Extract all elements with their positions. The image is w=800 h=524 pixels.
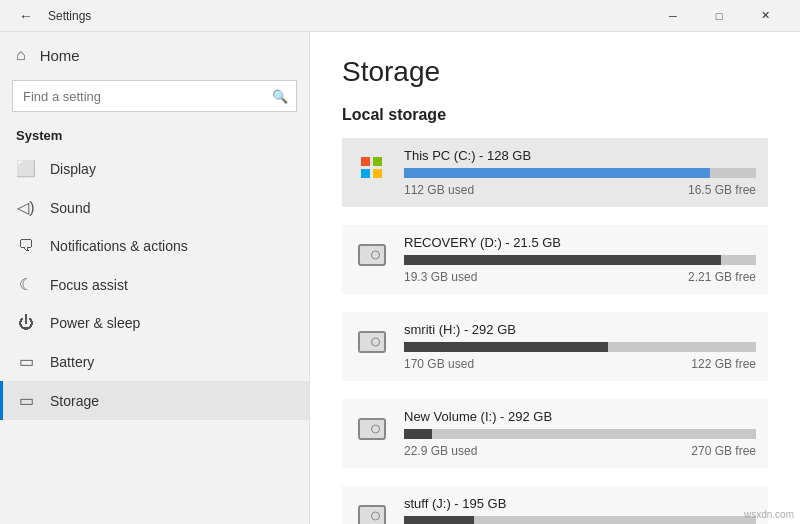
drive-bar-i [404, 429, 756, 439]
drive-bar-used-i [404, 429, 432, 439]
drive-name-j: stuff (J:) - 195 GB [404, 496, 756, 511]
hdd-icon [358, 244, 386, 266]
drive-stats-d: 19.3 GB used 2.21 GB free [404, 270, 756, 284]
drive-details-i: New Volume (I:) - 292 GB 22.9 GB used 27… [404, 409, 756, 458]
power-icon: ⏻ [16, 314, 36, 332]
drive-stats-h: 170 GB used 122 GB free [404, 357, 756, 371]
search-icon: 🔍 [272, 89, 288, 104]
drive-details-h: smriti (H:) - 292 GB 170 GB used 122 GB … [404, 322, 756, 371]
drives-list: This PC (C:) - 128 GB 112 GB used 16.5 G… [342, 138, 768, 524]
hdd-icon [358, 331, 386, 353]
close-icon: ✕ [761, 9, 770, 22]
hdd-icon [358, 505, 386, 524]
section-title: Local storage [342, 106, 768, 124]
sidebar-section-title: System [0, 122, 309, 149]
home-icon: ⌂ [16, 46, 26, 64]
sidebar: ⌂ Home 🔍 System ⬜ Display ◁) Sound 🗨 Not… [0, 32, 310, 524]
sidebar-item-label: Battery [50, 354, 94, 370]
drive-bar-j [404, 516, 756, 524]
sidebar-item-sound[interactable]: ◁) Sound [0, 188, 309, 227]
windows-icon [361, 157, 383, 179]
sidebar-item-storage[interactable]: ▭ Storage [0, 381, 309, 420]
storage-icon: ▭ [16, 391, 36, 410]
drive-icon-c [354, 150, 390, 186]
drive-bar-h [404, 342, 756, 352]
window-controls: ─ □ ✕ [650, 0, 788, 32]
storage-drive-j[interactable]: stuff (J:) - 195 GB 39.2 GB used 156 GB … [342, 486, 768, 524]
display-icon: ⬜ [16, 159, 36, 178]
drive-icon-h [354, 324, 390, 360]
sound-icon: ◁) [16, 198, 36, 217]
drive-details-d: RECOVERY (D:) - 21.5 GB 19.3 GB used 2.2… [404, 235, 756, 284]
maximize-button[interactable]: □ [696, 0, 742, 32]
storage-drive-h[interactable]: smriti (H:) - 292 GB 170 GB used 122 GB … [342, 312, 768, 381]
drive-name-h: smriti (H:) - 292 GB [404, 322, 756, 337]
sidebar-item-label: Notifications & actions [50, 238, 188, 254]
titlebar: ← Settings ─ □ ✕ [0, 0, 800, 32]
drive-icon-i [354, 411, 390, 447]
sidebar-item-label: Sound [50, 200, 90, 216]
drive-used-c: 112 GB used [404, 183, 474, 197]
back-icon: ← [19, 8, 33, 24]
drive-stats-i: 22.9 GB used 270 GB free [404, 444, 756, 458]
sidebar-item-display[interactable]: ⬜ Display [0, 149, 309, 188]
drive-bar-c [404, 168, 756, 178]
drive-bar-used-h [404, 342, 608, 352]
sidebar-item-label: Power & sleep [50, 315, 140, 331]
drive-bar-used-c [404, 168, 710, 178]
drive-used-i: 22.9 GB used [404, 444, 477, 458]
drive-bar-used-d [404, 255, 721, 265]
sidebar-item-power[interactable]: ⏻ Power & sleep [0, 304, 309, 342]
focus-icon: ☾ [16, 275, 36, 294]
drive-bar-used-j [404, 516, 474, 524]
storage-drive-d[interactable]: RECOVERY (D:) - 21.5 GB 19.3 GB used 2.2… [342, 225, 768, 294]
close-button[interactable]: ✕ [742, 0, 788, 32]
storage-drive-i[interactable]: New Volume (I:) - 292 GB 22.9 GB used 27… [342, 399, 768, 468]
drive-used-d: 19.3 GB used [404, 270, 477, 284]
sidebar-item-notifications[interactable]: 🗨 Notifications & actions [0, 227, 309, 265]
drive-name-c: This PC (C:) - 128 GB [404, 148, 756, 163]
sidebar-item-battery[interactable]: ▭ Battery [0, 342, 309, 381]
drive-name-i: New Volume (I:) - 292 GB [404, 409, 756, 424]
maximize-icon: □ [716, 10, 723, 22]
minimize-icon: ─ [669, 10, 677, 22]
sidebar-item-focus[interactable]: ☾ Focus assist [0, 265, 309, 304]
sidebar-item-home[interactable]: ⌂ Home [0, 36, 309, 74]
drive-details-j: stuff (J:) - 195 GB 39.2 GB used 156 GB … [404, 496, 756, 524]
drive-stats-c: 112 GB used 16.5 GB free [404, 183, 756, 197]
app-layout: ⌂ Home 🔍 System ⬜ Display ◁) Sound 🗨 Not… [0, 32, 800, 524]
notifications-icon: 🗨 [16, 237, 36, 255]
drive-bar-d [404, 255, 756, 265]
battery-icon: ▭ [16, 352, 36, 371]
drive-free-i: 270 GB free [691, 444, 756, 458]
window-title: Settings [48, 9, 91, 23]
search-input[interactable] [13, 81, 296, 111]
sidebar-item-label: Storage [50, 393, 99, 409]
hdd-icon [358, 418, 386, 440]
drive-details-c: This PC (C:) - 128 GB 112 GB used 16.5 G… [404, 148, 756, 197]
drive-free-h: 122 GB free [691, 357, 756, 371]
drive-free-d: 2.21 GB free [688, 270, 756, 284]
drive-used-h: 170 GB used [404, 357, 474, 371]
storage-drive-c[interactable]: This PC (C:) - 128 GB 112 GB used 16.5 G… [342, 138, 768, 207]
drive-icon-d [354, 237, 390, 273]
back-button[interactable]: ← [12, 2, 40, 30]
drive-free-c: 16.5 GB free [688, 183, 756, 197]
minimize-button[interactable]: ─ [650, 0, 696, 32]
sidebar-home-label: Home [40, 47, 80, 64]
watermark: wsxdn.com [744, 509, 794, 520]
sidebar-item-label: Focus assist [50, 277, 128, 293]
drive-name-d: RECOVERY (D:) - 21.5 GB [404, 235, 756, 250]
search-box[interactable]: 🔍 [12, 80, 297, 112]
drive-icon-j [354, 498, 390, 524]
page-title: Storage [342, 56, 768, 88]
main-content: Storage Local storage This PC (C:) - 128… [310, 32, 800, 524]
sidebar-item-label: Display [50, 161, 96, 177]
